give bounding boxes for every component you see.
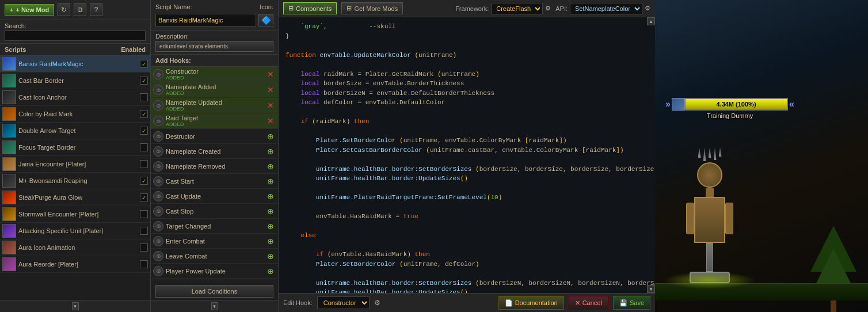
framework-select[interactable]: CreateFlash bbox=[491, 3, 543, 14]
list-item[interactable]: ◎Cast Update⊕ bbox=[151, 189, 278, 204]
list-item[interactable]: Focus Target Border bbox=[0, 139, 150, 156]
components-icon: ⊞ bbox=[288, 5, 294, 12]
refresh-button[interactable]: ↻ bbox=[58, 3, 70, 16]
search-input[interactable] bbox=[5, 31, 146, 41]
hp-text: 4.34M (100%) bbox=[686, 99, 787, 109]
hook-add-button[interactable]: ⊕ bbox=[265, 146, 276, 157]
script-item-checkbox[interactable] bbox=[140, 77, 148, 85]
list-item[interactable]: ◎Nameplate Removed⊕ bbox=[151, 159, 278, 174]
hook-add-button[interactable]: ⊕ bbox=[265, 161, 276, 172]
code-editor[interactable]: `gray`, --skull } function envTable.Upda… bbox=[279, 17, 655, 293]
hook-add-button[interactable]: ⊕ bbox=[265, 251, 276, 261]
scroll-down-icon[interactable]: ▼ bbox=[72, 302, 79, 310]
list-item[interactable]: ◎Cast Start⊕ bbox=[151, 174, 278, 189]
help-button[interactable]: ? bbox=[90, 3, 102, 16]
list-item[interactable]: Attacking Specific Unit [Plater] bbox=[0, 223, 150, 239]
list-item[interactable]: ◎Nameplate UpdatedADDED✕ bbox=[151, 98, 278, 113]
list-item[interactable]: ◎Target Changed⊕ bbox=[151, 219, 278, 234]
list-item[interactable]: Double Arrow Target bbox=[0, 123, 150, 139]
hook-add-button[interactable]: ⊕ bbox=[265, 176, 276, 187]
script-item-checkbox[interactable] bbox=[140, 260, 148, 268]
description-button[interactable]: ediumlevel strata elements. bbox=[155, 41, 273, 52]
list-item[interactable]: Cast Icon Anchor bbox=[0, 89, 150, 106]
script-item-checkbox[interactable] bbox=[140, 60, 148, 68]
list-item[interactable]: ◎Enter Combat⊕ bbox=[151, 234, 278, 249]
dummy-post bbox=[706, 243, 713, 272]
edit-hook-select[interactable]: Constructor bbox=[317, 296, 370, 309]
script-item-icon bbox=[2, 191, 16, 204]
script-item-checkbox[interactable] bbox=[140, 160, 148, 168]
middle-scroll-bottom[interactable]: ▼ bbox=[151, 300, 278, 312]
hook-item-icon: ◎ bbox=[153, 146, 163, 157]
get-more-label: Get More Mods bbox=[354, 5, 398, 12]
script-item-checkbox[interactable] bbox=[140, 143, 148, 151]
script-item-checkbox[interactable] bbox=[140, 93, 148, 101]
code-scroll-up-icon[interactable]: ▲ bbox=[647, 17, 655, 25]
cancel-button[interactable]: ✕ Cancel bbox=[569, 296, 608, 310]
list-item[interactable]: M+ Bwonsamdi Reaping bbox=[0, 173, 150, 189]
scroll-down-hooks-icon[interactable]: ▼ bbox=[211, 302, 218, 310]
script-item-checkbox[interactable] bbox=[140, 193, 148, 201]
copy-button[interactable]: ⧉ bbox=[74, 3, 86, 16]
script-item-checkbox[interactable] bbox=[140, 210, 148, 218]
right-panel: » 4.34M (100%) « Training Dummy bbox=[655, 0, 868, 312]
hook-remove-button[interactable]: ✕ bbox=[265, 69, 276, 79]
list-item[interactable]: Banxis RaidMarkMagic bbox=[0, 56, 150, 73]
save-button[interactable]: 💾 Save bbox=[613, 296, 650, 310]
list-item[interactable]: Color by Raid Mark bbox=[0, 106, 150, 123]
dummy-arm-right bbox=[725, 203, 733, 234]
list-item[interactable]: ◎ConstructorADDED✕ bbox=[151, 67, 278, 82]
hook-remove-button[interactable]: ✕ bbox=[265, 85, 276, 95]
script-item-checkbox[interactable] bbox=[140, 110, 148, 118]
components-tab[interactable]: ⊞ Components bbox=[283, 2, 337, 14]
hook-add-button[interactable]: ⊕ bbox=[265, 236, 276, 246]
list-item[interactable]: ◎Player Power Update⊕ bbox=[151, 264, 278, 279]
list-item[interactable]: ◎Nameplate Created⊕ bbox=[151, 144, 278, 159]
hook-name-group: Cast Stop bbox=[166, 208, 263, 215]
script-item-checkbox[interactable] bbox=[140, 243, 148, 252]
editor-toolbar: ⊞ Components ⊞ Get More Mods Framework: … bbox=[279, 0, 655, 17]
hook-add-button[interactable]: ⊕ bbox=[265, 266, 276, 276]
edit-hook-gear-icon[interactable]: ⚙ bbox=[374, 299, 380, 307]
hook-add-button[interactable]: ⊕ bbox=[265, 221, 276, 231]
api-select[interactable]: SetNameplateColor bbox=[570, 3, 642, 14]
api-gear-icon[interactable]: ⚙ bbox=[645, 5, 650, 12]
hook-name-group: Raid TargetADDED bbox=[166, 115, 263, 127]
list-item[interactable]: ◎Nameplate AddedADDED✕ bbox=[151, 82, 278, 98]
list-item[interactable]: Aura Icon Animation bbox=[0, 239, 150, 256]
hook-item-icon: ◎ bbox=[153, 206, 163, 216]
edit-hook-label: Edit Hook: bbox=[283, 299, 313, 306]
list-item[interactable]: Aura Reorder [Plater] bbox=[0, 256, 150, 273]
list-item[interactable]: ◎Raid TargetADDED✕ bbox=[151, 113, 278, 129]
script-item-name: Attacking Specific Unit [Plater] bbox=[18, 227, 138, 234]
get-more-mods-tab[interactable]: ⊞ Get More Mods bbox=[341, 2, 403, 14]
script-item-checkbox[interactable] bbox=[140, 227, 148, 235]
script-item-icon bbox=[2, 57, 16, 71]
new-mod-button[interactable]: + + New Mod bbox=[5, 4, 54, 16]
code-scroll-down-icon[interactable]: ▼ bbox=[647, 285, 655, 293]
hook-add-button[interactable]: ⊕ bbox=[265, 191, 276, 201]
load-conditions-button[interactable]: Load Conditions bbox=[155, 285, 273, 298]
list-item[interactable]: Stormwall Encounter [Plater] bbox=[0, 206, 150, 223]
hook-item-name: Cast Stop bbox=[166, 208, 193, 215]
list-item[interactable]: Cast Bar Border bbox=[0, 73, 150, 89]
game-view: » 4.34M (100%) « Training Dummy bbox=[655, 0, 868, 312]
list-item[interactable]: ◎Destructor⊕ bbox=[151, 129, 278, 144]
script-item-checkbox[interactable] bbox=[140, 127, 148, 135]
framework-gear-icon[interactable]: ⚙ bbox=[545, 5, 551, 12]
hook-add-button[interactable]: ⊕ bbox=[265, 131, 276, 142]
hook-remove-button[interactable]: ✕ bbox=[265, 100, 276, 111]
script-name-input[interactable] bbox=[155, 14, 256, 26]
hook-remove-button[interactable]: ✕ bbox=[265, 116, 276, 126]
list-item[interactable]: Steal/Purge Aura Glow bbox=[0, 189, 150, 206]
scripts-header: Scripts Enabled bbox=[0, 44, 150, 56]
list-item[interactable]: ◎Leave Combat⊕ bbox=[151, 249, 278, 264]
script-icon-picker[interactable]: 🔷 bbox=[258, 14, 273, 26]
bottom-scroll-arrow[interactable]: ▼ bbox=[0, 300, 150, 312]
list-item[interactable]: ◎Cast Stop⊕ bbox=[151, 204, 278, 219]
documentation-button[interactable]: 📄 Documentation bbox=[498, 296, 564, 310]
hook-item-icon: ◎ bbox=[153, 131, 163, 142]
list-item[interactable]: Jaina Encounter [Plater] bbox=[0, 156, 150, 173]
hook-add-button[interactable]: ⊕ bbox=[265, 206, 276, 216]
script-item-checkbox[interactable] bbox=[140, 177, 148, 185]
